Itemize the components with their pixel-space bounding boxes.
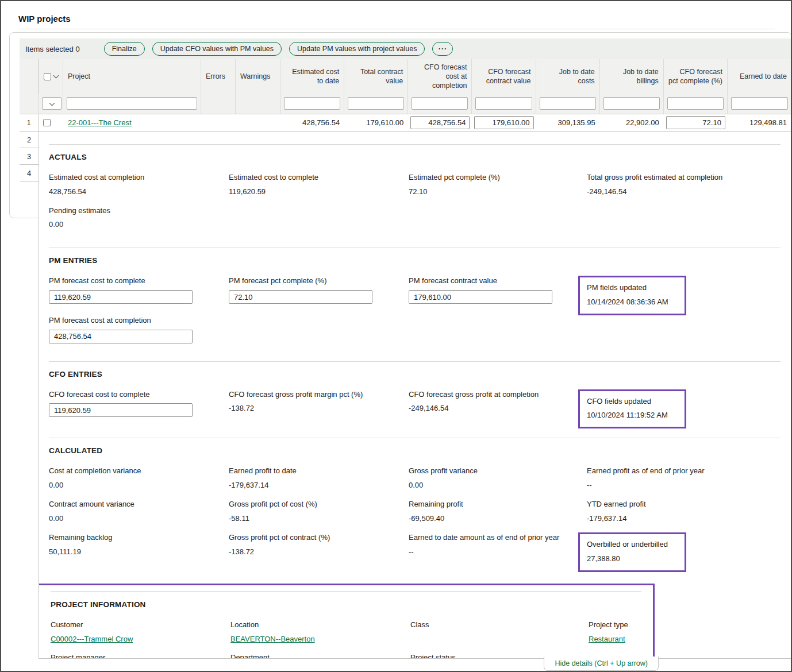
est-pct-complete-field: Estimated pct complete (%) 72.10 [409,172,587,197]
cfo-gp-margin-pct-field: CFO forecast gross profit margin pct (%)… [229,389,409,414]
filter-jtd-costs-cell [536,94,600,114]
cfo-cost-at-completion-input[interactable] [410,116,470,129]
update-cfo-values-button[interactable]: Update CFO values with PM values [152,42,282,56]
pending-estimates-field: Pending estimates 0.00 [49,206,229,230]
pm-contract-value-input[interactable] [409,290,552,304]
total-contract-value-cell: 179,610.00 [344,114,408,132]
chevron-down-icon [49,100,55,106]
row-number-strip: 2 3 4 [20,132,39,181]
project-cell: 22-001---The Crest [63,114,201,132]
filter-total-contract-cell [344,94,408,114]
col-header-cfo-cost-at-completion: CFO forecast cost at completion [408,59,472,94]
filter-dropdown-button[interactable] [42,97,61,110]
pm-cost-at-completion-input[interactable] [49,330,193,343]
pm-cost-to-complete-field: PM forecast cost to complete [49,276,229,304]
warnings-cell [236,114,280,132]
remaining-profit-field: Remaining profit -69,509.40 [409,499,587,524]
calculated-title: CALCULATED [49,446,781,455]
customer-field: Customer C00002---Trammel Crow [51,620,230,644]
pm-cost-at-completion-field: PM forecast cost at completion [49,315,229,343]
wip-projects-screen: WIP projects Items selected 0 Finalize U… [0,0,792,672]
location-link[interactable]: BEAVERTON--Beaverton [230,635,315,643]
hide-details-tab[interactable]: Hide details (Ctrl + Up arrow) [544,656,659,671]
filter-cfo-pct-cell [664,94,728,114]
pm-fields-updated-annotation: PM fields updated 10/14/2024 08:36:36 AM [578,276,686,315]
cfo-contract-value-input[interactable] [474,116,533,129]
pm-cost-to-complete-input[interactable] [49,290,193,304]
row-number: 2 [20,132,39,148]
project-type-link[interactable]: Restaurant [589,635,625,643]
project-type-field: Project type Restaurant [589,620,641,644]
col-header-cfo-pct-complete: CFO forecast pct complete (%) [664,59,728,94]
filter-cfo-cost-cell [408,94,472,114]
filter-cfo-cost-input[interactable] [412,97,468,110]
col-header-est-cost-to-date: Estimated cost to date [280,59,344,94]
filter-errors-cell [201,94,236,114]
pm-entries-section: PM ENTRIES PM forecast cost to complete … [49,248,781,356]
col-header-warnings: Warnings [236,59,280,94]
pm-entries-title: PM ENTRIES [49,256,781,265]
finalize-button[interactable]: Finalize [104,42,145,56]
filter-earned-input[interactable] [731,97,788,110]
row-details-panel: ACTUALS Estimated cost at completion 428… [39,132,792,659]
select-all-checkbox[interactable] [44,73,51,80]
cfo-pct-complete-input[interactable] [666,116,725,129]
cfo-contract-value-cell [472,114,536,132]
filter-jtd-billings-cell [600,94,664,114]
location-field: Location BEAVERTON--Beaverton [230,620,410,644]
col-header-earned-to-date: Earned to date [728,59,791,94]
row-checkbox[interactable] [43,119,51,126]
department-field: Department OPERATIONS--Construction Oper… [230,652,410,659]
project-information-title: PROJECT INFORMATION [51,600,641,609]
gross-profit-variance-field: Gross profit variance 0.00 [409,466,587,491]
calculated-section: CALCULATED Cost at completion variance 0… [49,438,781,576]
col-header-cfo-contract-value: CFO forecast contract value [472,59,536,94]
overbilled-annotation: Overbilled or underbilled 27,388.80 [578,532,686,572]
cfo-cost-to-complete-input[interactable] [49,403,193,417]
earned-to-date-cell: 129,498.81 [728,114,791,132]
earned-profit-prior-year-field: Earned profit as of end of prior year -- [587,466,781,491]
filter-est-cost-input[interactable] [284,97,340,110]
cfo-gp-at-completion-field: CFO forecast gross profit at completion … [409,389,587,414]
actuals-section: ACTUALS Estimated cost at completion 428… [49,144,781,243]
more-actions-button[interactable]: ··· [432,42,453,56]
filter-cfo-contract-input[interactable] [475,97,532,110]
est-cost-to-complete-field: Estimated cost to complete 119,620.59 [229,172,409,197]
cfo-entries-section: CFO ENTRIES CFO forecast cost to complet… [49,361,781,434]
filter-jtd-costs-input[interactable] [540,97,596,110]
actuals-title: ACTUALS [49,153,781,161]
filter-project-input[interactable] [67,97,197,110]
col-header-project: Project [63,59,201,94]
est-cost-to-date-cell: 428,756.54 [280,114,344,132]
pm-contract-value-field: PM forecast contract value [409,276,587,304]
filter-jtd-billings-input[interactable] [603,97,660,110]
filter-cfo-pct-input[interactable] [667,97,724,110]
cost-at-completion-variance-field: Cost at completion variance 0.00 [49,466,229,491]
filter-warnings-cell [236,94,280,114]
cfo-cost-at-completion-cell [408,114,472,132]
select-all-chevron-icon[interactable] [53,73,59,79]
filter-project-cell [63,94,201,114]
items-selected-label: Items selected 0 [25,45,80,53]
filter-total-contract-input[interactable] [348,97,404,110]
total-gross-profit-field: Total gross profit estimated at completi… [587,172,781,197]
est-cost-at-completion-field: Estimated cost at completion 428,756.54 [49,172,229,197]
errors-cell [201,114,236,132]
etd-prior-year-field: Earned to date amount as of end of prior… [409,532,587,557]
col-header-jtd-billings: Job to date billings [600,59,664,94]
project-manager-field: Project manager EMP00025--Moffet; Doug W [51,652,230,659]
jtd-billings-cell: 22,902.00 [600,114,664,132]
row-number: 3 [20,148,39,165]
filter-row-number-cell [20,94,39,114]
project-link[interactable]: 22-001---The Crest [68,118,132,127]
class-field: Class [410,620,589,643]
contract-amount-variance-field: Contract amount variance 0.00 [49,499,229,524]
cfo-pct-complete-cell [664,114,728,132]
row-number: 1 [20,114,39,132]
pm-pct-complete-input[interactable] [229,290,372,304]
cfo-cost-to-complete-field: CFO forecast cost to complete [49,389,229,418]
update-pm-values-button[interactable]: Update PM values with project values [289,42,425,56]
ytd-earned-profit-field: YTD earned profit -179,637.14 [587,499,781,524]
gp-pct-of-cost-field: Gross profit pct of cost (%) -58.11 [229,499,409,524]
customer-link[interactable]: C00002---Trammel Crow [51,635,133,643]
